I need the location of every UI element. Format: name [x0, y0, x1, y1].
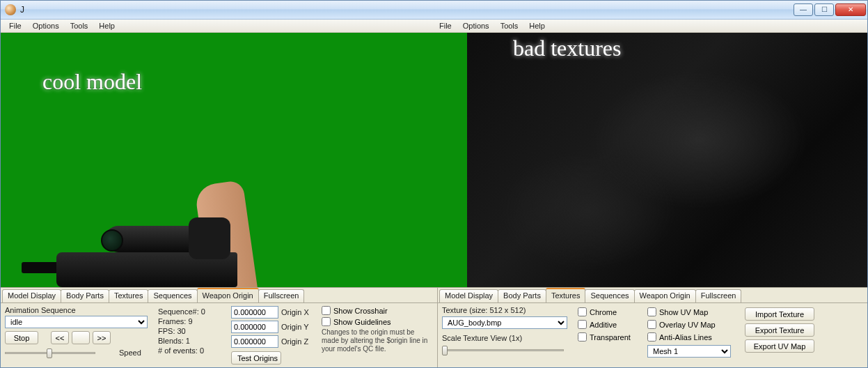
- show-guidelines-checkbox[interactable]: Show Guidelines: [322, 317, 433, 326]
- tab-textures-left[interactable]: Textures: [109, 289, 149, 302]
- menu-options-right[interactable]: Options: [457, 20, 495, 31]
- menu-file-right[interactable]: File: [434, 20, 457, 31]
- tab-body-parts-left[interactable]: Body Parts: [61, 289, 109, 302]
- menu-help-right[interactable]: Help: [523, 20, 551, 31]
- origin-x-input[interactable]: [231, 306, 278, 319]
- blends-label: Blends: 1: [158, 337, 224, 345]
- overlay-label-right: bad textures: [513, 36, 622, 61]
- titlebar: J — ☐ ✕: [1, 1, 867, 20]
- viewport-left[interactable]: cool model: [1, 33, 467, 287]
- transparent-checkbox[interactable]: Transparent: [578, 332, 640, 342]
- import-texture-button[interactable]: Import Texture: [745, 307, 814, 321]
- menu-tools-right[interactable]: Tools: [495, 20, 524, 31]
- frame-seq-button[interactable]: [72, 331, 90, 344]
- tab-body-parts-right[interactable]: Body Parts: [498, 289, 546, 302]
- panel-right: Model Display Body Parts Textures Sequen…: [438, 288, 867, 367]
- origin-note: Changes to the origin must be made by al…: [322, 328, 429, 353]
- origin-y-label: Origin Y: [281, 323, 309, 331]
- tab-fullscreen-right[interactable]: Fullscreen: [695, 289, 742, 302]
- anim-seq-select[interactable]: idle: [5, 316, 148, 328]
- menu-help-left[interactable]: Help: [93, 20, 120, 31]
- test-origins-button[interactable]: Test Origins: [231, 351, 281, 365]
- tabcontent-left: Animation Sequence idle Stop << >> Speed…: [1, 302, 437, 367]
- anim-seq-label: Animation Sequence: [5, 306, 151, 314]
- tabcontent-right: Texture (size: 512 x 512) AUG_body.bmp S…: [438, 302, 867, 367]
- speed-label: Speed: [119, 348, 141, 357]
- viewport-right[interactable]: bad textures: [467, 33, 867, 287]
- origin-z-input[interactable]: [231, 335, 278, 348]
- model-render: [15, 162, 293, 287]
- tab-model-display-right[interactable]: Model Display: [439, 289, 498, 302]
- export-uv-button[interactable]: Export UV Map: [745, 339, 814, 353]
- tab-fullscreen-left[interactable]: Fullscreen: [258, 289, 305, 302]
- app-icon: [5, 4, 16, 15]
- prev-seq-button[interactable]: <<: [51, 331, 69, 344]
- tab-weapon-origin-left[interactable]: Weapon Origin: [197, 288, 259, 302]
- origin-x-label: Origin X: [281, 308, 309, 316]
- panel-left: Model Display Body Parts Textures Sequen…: [1, 288, 438, 367]
- app-window: J — ☐ ✕ File Options Tools Help File Opt…: [0, 0, 868, 368]
- texture-file-select[interactable]: AUG_body.bmp: [442, 316, 567, 329]
- frames-label: Frames: 9: [158, 317, 224, 325]
- menu-tools-left[interactable]: Tools: [65, 20, 94, 31]
- tab-sequences-left[interactable]: Sequences: [148, 289, 197, 302]
- menu-options-left[interactable]: Options: [27, 20, 65, 31]
- overlay-uv-checkbox[interactable]: Overlay UV Map: [647, 320, 738, 329]
- close-button[interactable]: ✕: [835, 3, 866, 16]
- next-seq-button[interactable]: >>: [93, 331, 111, 344]
- events-label: # of events: 0: [158, 346, 224, 355]
- additive-checkbox[interactable]: Additive: [578, 320, 640, 329]
- speed-slider[interactable]: [5, 347, 95, 358]
- window-title: J: [19, 5, 794, 15]
- texture-render: [467, 33, 867, 287]
- fps-label: FPS: 30: [158, 327, 224, 335]
- tab-sequences-right[interactable]: Sequences: [585, 289, 634, 302]
- tabstrip-left: Model Display Body Parts Textures Sequen…: [1, 288, 437, 302]
- seq-num-label: Sequence#: 0: [158, 307, 224, 316]
- scale-texture-label: Scale Texture View (1x): [442, 334, 571, 342]
- origin-z-label: Origin Z: [281, 337, 308, 346]
- overlay-label-left: cool model: [42, 69, 142, 95]
- tabstrip-right: Model Display Body Parts Textures Sequen…: [438, 288, 867, 302]
- show-uv-checkbox[interactable]: Show UV Map: [647, 307, 738, 316]
- tab-textures-right[interactable]: Textures: [546, 288, 586, 302]
- tab-weapon-origin-right[interactable]: Weapon Origin: [634, 289, 696, 302]
- mesh-select[interactable]: Mesh 1: [647, 345, 731, 358]
- stop-button[interactable]: Stop: [5, 331, 38, 344]
- window-controls: — ☐ ✕: [794, 3, 866, 16]
- origin-y-input[interactable]: [231, 321, 278, 333]
- show-crosshair-checkbox[interactable]: Show Crosshair: [322, 306, 433, 315]
- maximize-button[interactable]: ☐: [814, 3, 834, 16]
- export-texture-button[interactable]: Export Texture: [745, 323, 814, 337]
- antialias-checkbox[interactable]: Anti-Alias Lines: [647, 332, 738, 342]
- menu-file-left[interactable]: File: [3, 20, 27, 31]
- bottom-panels: Model Display Body Parts Textures Sequen…: [1, 287, 867, 367]
- menubar: File Options Tools Help File Options Too…: [1, 20, 867, 33]
- minimize-button[interactable]: —: [794, 3, 813, 16]
- scale-texture-slider[interactable]: [442, 344, 564, 355]
- chrome-checkbox[interactable]: Chrome: [578, 307, 640, 316]
- viewports: cool model bad textures: [1, 33, 867, 287]
- tab-model-display-left[interactable]: Model Display: [2, 289, 61, 302]
- texture-size-label: Texture (size: 512 x 512): [442, 306, 571, 314]
